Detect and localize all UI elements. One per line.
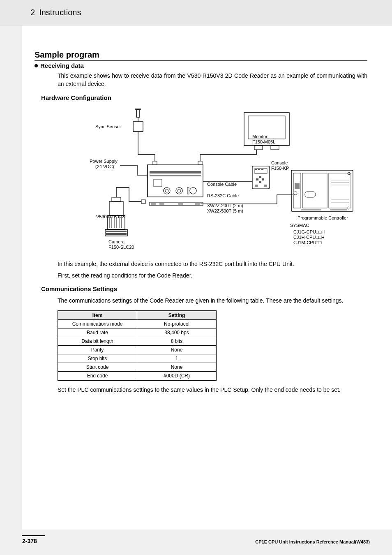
table-header-item: Item (58, 311, 137, 320)
svg-rect-51 (301, 209, 321, 210)
after-table-paragraph: Set the PLC communications settings to t… (58, 386, 367, 394)
bullet-text: Receiving data (40, 62, 84, 69)
power-supply-label-2: (24 VDC) (95, 164, 114, 169)
subheading-hardware: Hardware Configuration (41, 94, 367, 101)
camera-label-1: Camera (108, 239, 125, 244)
svg-rect-62 (105, 229, 127, 236)
svg-rect-20 (159, 203, 164, 205)
power-supply-label-1: Power Supply (90, 159, 118, 164)
svg-rect-7 (271, 146, 279, 150)
svg-rect-54 (112, 197, 121, 201)
after-diagram-p1: In this example, the external device is … (58, 260, 367, 268)
page-footer: 2-378 CP1E CPU Unit Instructions Referen… (22, 535, 370, 544)
page: 2 Instructions Sample program Receiving … (0, 0, 392, 555)
svg-rect-8 (148, 165, 203, 197)
after-diagram-p2: First, set the reading conditions for th… (58, 271, 367, 280)
svg-rect-28 (255, 169, 257, 170)
bullet-heading: Receiving data (35, 62, 367, 69)
chapter-header: 2 Instructions (0, 0, 392, 25)
svg-rect-29 (258, 169, 260, 170)
svg-rect-19 (151, 203, 156, 205)
svg-rect-45 (329, 173, 351, 208)
console-cable-label: Console Cable (207, 182, 237, 187)
table-row: Communications modeNo-protocol (58, 320, 217, 328)
subheading-comm: Communications Settings (41, 285, 367, 292)
table-cell-item: End code (58, 372, 137, 381)
section-heading: Sample program (35, 50, 367, 61)
svg-point-38 (348, 172, 350, 175)
plc-icon (291, 170, 353, 211)
svg-point-15 (178, 189, 181, 192)
settings-table-wrap: Item Setting Communications modeNo-proto… (58, 310, 367, 381)
table-row: Baud rate38,400 bps (58, 328, 217, 337)
sysmac-label: SYSMAC (290, 223, 309, 228)
monitor-label-2: F150-M05L (252, 139, 275, 144)
cj1m-label: CJ1M-CPU□□ (293, 240, 322, 245)
svg-rect-37 (291, 170, 353, 211)
svg-point-13 (165, 189, 168, 192)
table-row: Data bit length8 bits (58, 337, 217, 346)
sync-sensor-label: Sync Sensor (95, 124, 121, 129)
table-cell-setting: No-protocol (137, 320, 217, 328)
svg-rect-24 (198, 161, 202, 165)
table-cell-setting: #000D (CR) (137, 372, 217, 381)
prog-ctrl-label: Programmable Controller (297, 215, 348, 220)
settings-table: Item Setting Communications modeNo-proto… (58, 310, 217, 381)
svg-rect-30 (261, 169, 263, 170)
table-cell-setting: None (137, 363, 217, 372)
camera-label-2: F150-SLC20 (108, 245, 134, 250)
svg-point-44 (294, 192, 297, 195)
table-header-setting: Setting (137, 311, 217, 320)
table-row: ParityNone (58, 346, 217, 354)
bullet-dot-icon (35, 64, 38, 67)
svg-rect-35 (255, 185, 258, 187)
table-cell-item: Start code (58, 363, 137, 372)
table-cell-item: Baud rate (58, 328, 137, 337)
svg-point-14 (176, 187, 182, 194)
svg-rect-9 (150, 171, 201, 173)
svg-rect-52 (330, 209, 347, 210)
svg-rect-36 (264, 185, 267, 187)
monitor-label-1: Monitor (252, 134, 267, 139)
cj1g-label: CJ1G-CPU□□H (293, 229, 325, 234)
svg-rect-16 (187, 187, 189, 194)
svg-rect-40 (293, 173, 301, 208)
svg-rect-22 (195, 203, 200, 205)
svg-rect-25 (141, 200, 145, 204)
table-row: End code#000D (CR) (58, 372, 217, 381)
xw2z-500t-label: XW2Z-500T (5 m) (207, 208, 243, 213)
svg-rect-42 (302, 173, 327, 208)
svg-rect-41 (295, 183, 300, 189)
svg-rect-32 (256, 178, 258, 180)
sync-sensor-icon (133, 109, 143, 132)
table-cell-item: Stop bits (58, 354, 137, 363)
svg-point-17 (190, 187, 196, 194)
comm-intro-paragraph: The communications settings of the Code … (58, 296, 367, 305)
table-cell-item: Communications mode (58, 320, 137, 328)
svg-rect-21 (178, 203, 183, 205)
svg-rect-1 (136, 110, 140, 117)
console-label-2: F150-KP (271, 166, 289, 171)
intro-paragraph: This example shows how to receive data f… (58, 72, 367, 88)
svg-rect-64 (106, 233, 127, 235)
svg-rect-23 (153, 161, 157, 165)
table-cell-setting: 38,400 bps (137, 328, 217, 337)
svg-rect-63 (106, 231, 127, 232)
v530-unit-icon (141, 161, 203, 206)
manual-title: CP1E CPU Unit Instructions Reference Man… (255, 539, 370, 544)
svg-rect-31 (259, 176, 261, 178)
chapter-title: Instructions (39, 8, 81, 17)
console-label-1: Console (271, 160, 288, 165)
svg-rect-43 (305, 192, 316, 197)
svg-rect-6 (254, 146, 263, 150)
chapter-number: 2 (30, 8, 35, 17)
cj1h-label: CJ1H-CPU□□H (293, 235, 325, 240)
table-cell-setting: 8 bits (137, 337, 217, 346)
content-area: Sample program Receiving data This examp… (22, 25, 392, 530)
console-keypad-icon (252, 166, 270, 189)
svg-rect-11 (154, 179, 162, 187)
hardware-diagram: Sync Sensor Monitor F150-M05L Power Supp… (71, 105, 367, 253)
svg-point-12 (164, 187, 170, 194)
svg-rect-53 (109, 201, 123, 215)
table-cell-item: Data bit length (58, 337, 137, 346)
